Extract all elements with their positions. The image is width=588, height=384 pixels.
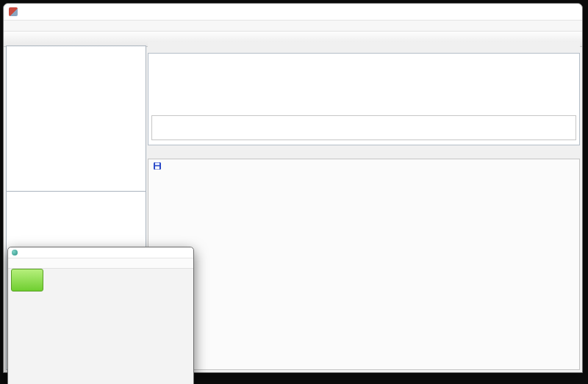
hds-menubar [4,21,582,32]
cdm-app-icon [12,250,18,256]
partition-list [7,191,146,192]
detail-tabs [148,42,580,54]
hds-titlebar[interactable] [4,4,582,21]
temperature-summary [148,53,580,145]
hds-app-icon [9,7,18,16]
desktop [0,0,588,384]
cdm-window [7,247,194,384]
chart-series-tabs [148,148,580,159]
cdm-menubar [8,258,193,269]
write-column-header [120,281,193,289]
temperature-chart-panel [148,159,580,370]
run-all-button[interactable] [11,269,43,291]
cdm-titlebar[interactable] [8,247,193,258]
detail-panel [148,42,580,370]
read-column-header [43,281,118,289]
temperature-warning-text [151,115,576,140]
save-chart-icon[interactable] [153,162,162,170]
